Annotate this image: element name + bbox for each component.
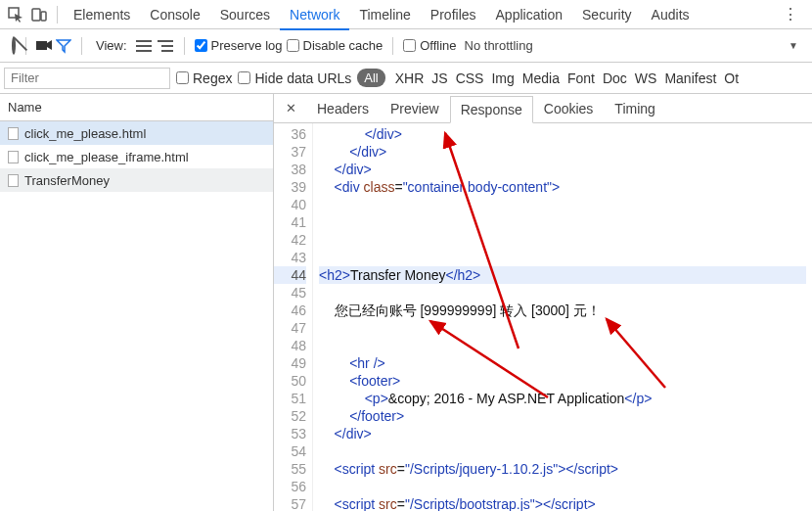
file-icon [8,127,19,140]
network-toolbar: View: Preserve log Disable cache Offline… [0,29,812,63]
request-list: click_me_please.htmlclick_me_please_ifra… [0,121,273,511]
preserve-log-checkbox[interactable]: Preserve log [195,38,283,53]
file-icon [8,174,19,187]
disable-cache-checkbox[interactable]: Disable cache [287,38,383,53]
hide-data-urls-checkbox[interactable]: Hide data URLs [238,70,351,86]
inspect-icon[interactable] [4,3,27,26]
file-icon [8,151,19,163]
filter-type-ot[interactable]: Ot [720,70,743,86]
svg-rect-3 [36,41,47,50]
detail-tab-cookies[interactable]: Cookies [533,95,605,122]
close-detail-icon[interactable]: ✕ [278,101,304,116]
request-row[interactable]: click_me_please_iframe.html [0,145,273,168]
detail-pane: ✕ HeadersPreviewResponseCookiesTiming 36… [274,94,812,511]
request-name: click_me_please_iframe.html [24,150,189,164]
filter-input[interactable] [4,68,170,89]
offline-checkbox[interactable]: Offline [403,38,456,53]
svg-rect-2 [41,12,46,21]
view-tree-icon[interactable] [157,37,174,55]
filter-type-manifest[interactable]: Manifest [660,70,720,86]
clear-button[interactable] [12,38,16,53]
throttle-chevron-icon[interactable]: ▼ [783,40,804,51]
more-menu-icon[interactable]: ⋮ [773,5,808,23]
svg-rect-4 [136,40,152,42]
request-row[interactable]: TransferMoney [0,168,273,192]
svg-rect-6 [136,50,152,52]
svg-rect-1 [32,9,40,21]
tab-application[interactable]: Application [486,1,573,30]
throttling-select[interactable]: No throttling [465,38,533,53]
request-name: TransferMoney [24,173,110,188]
screenshot-icon[interactable] [36,38,52,54]
detail-tab-preview[interactable]: Preview [380,95,450,122]
detail-tabs: ✕ HeadersPreviewResponseCookiesTiming [274,94,812,123]
filter-type-doc[interactable]: Doc [599,70,631,86]
view-list-icon[interactable] [135,37,153,55]
request-name: click_me_please.html [24,126,146,141]
regex-checkbox[interactable]: Regex [176,70,232,86]
name-column-header[interactable]: Name [0,94,273,121]
separator [57,6,58,23]
svg-rect-9 [161,50,173,52]
request-list-pane: Name click_me_please.htmlclick_me_please… [0,94,274,511]
tab-console[interactable]: Console [140,1,209,30]
filter-type-xhr[interactable]: XHR [391,70,429,86]
detail-tab-headers[interactable]: Headers [306,95,380,122]
tab-timeline[interactable]: Timeline [349,1,420,30]
devtools-main-tabs: ElementsConsoleSourcesNetworkTimelinePro… [0,0,812,29]
svg-rect-7 [158,40,173,42]
tab-network[interactable]: Network [280,1,349,30]
svg-rect-8 [161,45,173,47]
filter-bar: Regex Hide data URLs All XHRJSCSSImgMedi… [0,63,812,94]
filter-type-font[interactable]: Font [564,70,599,86]
svg-rect-5 [136,45,152,47]
request-row[interactable]: click_me_please.html [0,121,273,145]
tab-profiles[interactable]: Profiles [421,1,486,30]
filter-type-img[interactable]: Img [487,70,518,86]
detail-tab-response[interactable]: Response [450,96,533,123]
filter-type-js[interactable]: JS [428,70,451,86]
filter-type-css[interactable]: CSS [452,70,488,86]
tab-audits[interactable]: Audits [642,1,699,30]
detail-tab-timing[interactable]: Timing [604,95,666,122]
device-mode-icon[interactable] [27,3,51,26]
filter-icon[interactable] [56,38,71,54]
view-label: View: [96,38,127,53]
response-body[interactable]: 3637383940414243444546474849505152535455… [274,123,812,511]
tab-elements[interactable]: Elements [64,1,140,30]
tab-security[interactable]: Security [572,1,642,30]
filter-type-all[interactable]: All [357,69,384,87]
tab-sources[interactable]: Sources [210,1,280,30]
filter-type-media[interactable]: Media [519,70,564,86]
filter-type-ws[interactable]: WS [631,70,661,86]
